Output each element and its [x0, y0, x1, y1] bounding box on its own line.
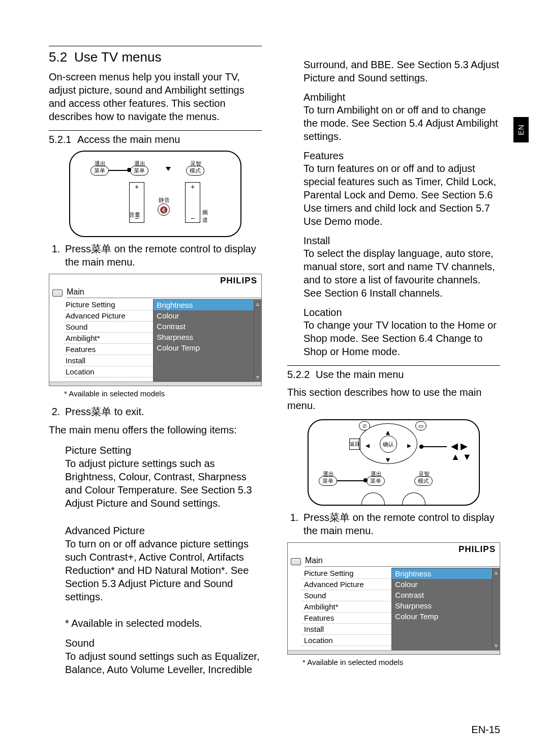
down-arrow-icon: ▿: [495, 642, 498, 649]
offer-intro: The main menu offers the following items…: [49, 423, 262, 437]
feature-body: To turn Ambilight on or off and to chang…: [303, 103, 500, 143]
menu-item: Ambilight*: [302, 601, 391, 613]
menu-subitem: Colour Temp: [392, 611, 492, 622]
rc-ok-button: 确认: [380, 435, 397, 453]
step-text: Press: [65, 406, 91, 417]
plus-icon: +: [130, 183, 144, 191]
availability-note: * Available in selected models.: [65, 618, 262, 629]
feature-title: Install: [303, 235, 500, 247]
feature-item: Picture Setting To adjust picture settin…: [65, 444, 262, 517]
intro-text: On-screen menus help you install your TV…: [49, 70, 262, 123]
section-heading: 5.2Use TV menus: [49, 49, 262, 65]
rc-volume-label: 音量: [129, 211, 140, 219]
sound-continuation: Surround, and BBE. See Section 5.3 Adjus…: [303, 58, 500, 84]
language-tab: EN: [513, 117, 529, 142]
menu-item: Location: [302, 635, 391, 646]
left-arrow-icon: ◂: [365, 441, 370, 450]
subsection-heading: 5.2.2Use the main menu: [287, 369, 500, 381]
menu-subitem: Brightness: [392, 568, 492, 579]
menu-header: Main: [49, 287, 261, 299]
feature-title: Picture Setting: [65, 444, 262, 457]
menu-item: Advanced Picture: [64, 310, 153, 322]
rc-mute-label: 静音: [159, 196, 170, 204]
feature-item: Advanced Picture To turn on or off advan…: [65, 524, 262, 610]
folder-icon: [291, 558, 301, 565]
rc-menu-button-left: 菜单: [90, 166, 109, 176]
feature-title: Location: [303, 307, 500, 318]
scroll-indicator: ▵▿: [254, 299, 261, 382]
menu-footnote-2: * Available in selected models: [302, 658, 500, 666]
rc-small-button-left: ⎚: [359, 421, 370, 430]
menu-subitem: Sharpness: [392, 600, 492, 611]
feature-body: To adjust picture settings such as Brigh…: [65, 457, 262, 510]
menu-left-list: Picture Setting Advanced Picture Sound A…: [288, 568, 391, 650]
menu-footnote: * Available in selected models: [64, 389, 262, 398]
up-arrow-icon: ▵: [495, 569, 498, 576]
page-number: EN-15: [471, 724, 500, 736]
feature-title: Sound: [65, 636, 262, 650]
cjk-text: 菜单: [91, 406, 111, 417]
rc-small-button-right: ▭: [415, 421, 426, 430]
left-column: 5.2Use TV menus On-screen menus help you…: [49, 46, 262, 683]
down-arrow-icon: [166, 167, 171, 171]
menu-subitem: Brightness: [154, 300, 254, 310]
step-item: Press菜单 to exit.: [63, 405, 262, 418]
down-arrow-icon: ▾: [386, 455, 390, 464]
step-text: Press: [303, 512, 329, 523]
brand-logo: PHILIPS: [288, 543, 500, 556]
rc-callout-line: [421, 446, 447, 447]
rc-channel-label: 频道: [202, 209, 210, 224]
rc-callout-line: [337, 480, 364, 481]
rc-menu-button-bottom-center: 菜单: [367, 476, 385, 486]
menu-item: Picture Setting: [302, 568, 391, 579]
cjk-text: 菜单: [91, 243, 111, 254]
arrow-callout-label: ◀ ▶ ▲ ▼: [451, 441, 479, 462]
menu-subitem: Sharpness: [154, 332, 254, 342]
menu-subitem: Colour: [154, 310, 254, 321]
up-arrow-icon: ▵: [256, 300, 259, 307]
osd-menu-panel-2: PHILIPS Main Picture Setting Advanced Pi…: [287, 542, 500, 655]
subsection-title: Use the main menu: [316, 369, 404, 380]
feature-body: To adjust sound settings such as Equaliz…: [65, 650, 262, 676]
menu-item: Features: [302, 613, 391, 624]
rc-mute-button: 🔇: [158, 203, 170, 216]
remote-illustration-2: ▴ ▾ ◂ ▸ 确认 返回 ⎚ ▭ ◀ ▶ ▲ ▼ 退出 菜单 退出 菜单: [308, 419, 480, 506]
remote-illustration-1: 退出 菜单 退出 菜单 灵智 模式 + −: [69, 151, 241, 237]
rule: [287, 365, 500, 366]
feature-title: Advanced Picture: [65, 524, 262, 537]
menu-title: Main: [305, 556, 500, 567]
feature-item: Sound To adjust sound settings such as E…: [65, 636, 262, 676]
down-arrow-icon: ▿: [256, 373, 259, 381]
rc-mode-button: 模式: [414, 476, 433, 486]
menu-subitem: Contrast: [154, 321, 254, 332]
menu-item: Install: [64, 355, 153, 366]
minus-icon: −: [186, 214, 200, 222]
step-text: Press: [65, 243, 91, 254]
rc-bottom-arc: [402, 492, 425, 506]
rc-callout-dot: [363, 478, 368, 482]
scroll-indicator: ▵▿: [493, 568, 500, 650]
feature-title: Features: [303, 150, 500, 162]
menu-header: Main: [288, 556, 500, 568]
steps-list-2: Press菜单 on the remote control to display…: [291, 511, 500, 537]
rule: [49, 46, 262, 46]
steps-list: Press菜单 on the remote control to display…: [53, 242, 262, 269]
menu-item: Ambilight*: [64, 333, 153, 344]
rule: [49, 130, 262, 131]
feature-body: To turn on or off advance picture settin…: [65, 537, 262, 603]
menu-item: Location: [64, 366, 153, 377]
rc-bottom-arc: [361, 492, 385, 506]
feature-body: To change your TV location to the Home o…: [303, 318, 500, 358]
cjk-text: 菜单: [329, 512, 350, 523]
right-arrow-icon: ▸: [407, 441, 411, 450]
menu-item: Features: [64, 344, 153, 355]
menu-right-list: Brightness Colour Contrast Sharpness Col…: [391, 568, 493, 650]
sub2-intro: This section describes how to use the ma…: [287, 386, 500, 412]
menu-subitem: Colour Temp: [154, 342, 254, 353]
menu-item: Install: [302, 624, 391, 635]
feature-body: To select the display language, auto sto…: [303, 247, 500, 300]
step-item: Press菜单 on the remote control to display…: [301, 511, 500, 537]
menu-subitem: Colour: [392, 579, 492, 590]
rc-back-button: 返回: [349, 439, 360, 450]
menu-item: Sound: [64, 322, 153, 333]
